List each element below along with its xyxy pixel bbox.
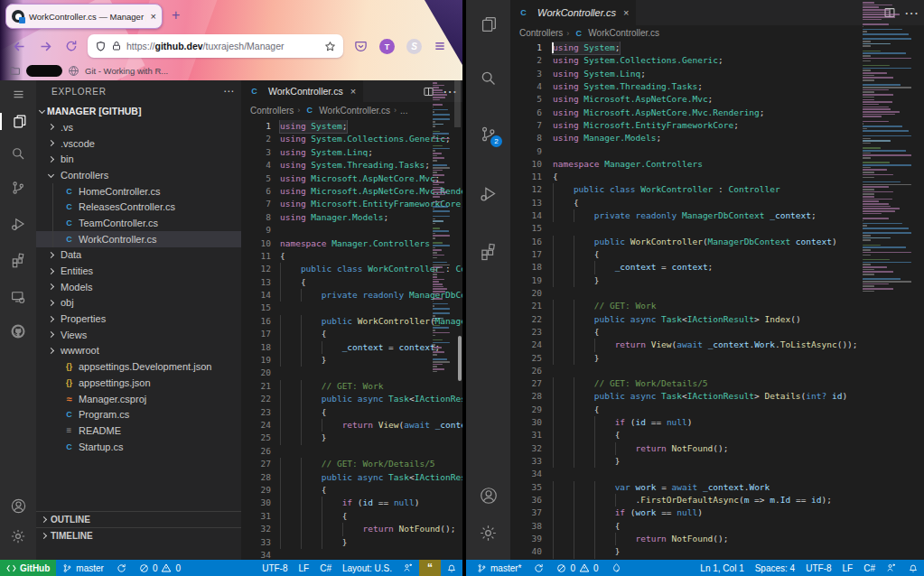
code-line[interactable]: 15 — [241, 302, 462, 314]
notifications-bell-icon[interactable] — [441, 560, 462, 576]
source-control-icon[interactable]: 2 — [466, 125, 510, 144]
explorer-icon[interactable] — [466, 14, 510, 34]
code-line[interactable]: 26 — [241, 445, 462, 458]
eol-indicator[interactable]: LF — [837, 560, 859, 576]
sync-button[interactable] — [527, 560, 550, 576]
code-line[interactable]: 21 // GET: Work — [241, 380, 462, 393]
code-line[interactable]: 7using Microsoft.EntityFrameworkCore; — [241, 198, 462, 210]
folder-icon[interactable] — [9, 65, 21, 77]
account-icon[interactable] — [466, 486, 510, 506]
encoding-indicator[interactable]: UTF-8 — [800, 560, 836, 576]
tree-item-ReleasesController.cs[interactable]: CReleasesController.cs — [36, 199, 241, 215]
minimap[interactable] — [433, 82, 451, 374]
url-bar[interactable]: https://github.dev/tuxrajesh/Manager — [88, 34, 343, 58]
code-line[interactable]: 24 return View(await _context.Work.ToLis… — [241, 419, 462, 432]
code-line[interactable]: 23 { — [510, 326, 924, 339]
extension-badge-icon[interactable]: S — [406, 39, 422, 54]
code-line[interactable]: 29 { — [241, 484, 462, 497]
code-line[interactable]: 19 } — [241, 354, 462, 367]
encoding-indicator[interactable]: UTF-8 — [257, 560, 293, 576]
profile-avatar[interactable]: T — [379, 39, 395, 54]
code-line[interactable]: 17 { — [241, 328, 462, 340]
cursor-position-indicator[interactable]: Ln 1, Col 1 — [695, 560, 749, 576]
problems-indicator[interactable]: 0 0 — [550, 560, 604, 576]
language-indicator[interactable]: C# — [314, 560, 337, 576]
breadcrumb-symbol[interactable]: ... — [400, 106, 407, 116]
timeline-section[interactable]: TIMELINE — [36, 527, 241, 543]
more-actions-icon[interactable]: ⋯ — [223, 85, 234, 98]
branch-indicator[interactable]: master* — [466, 560, 527, 576]
layout-indicator[interactable]: Layout: U.S. — [337, 560, 397, 576]
settings-gear-icon[interactable] — [0, 528, 36, 544]
run-debug-icon[interactable] — [0, 216, 36, 232]
account-icon[interactable] — [0, 497, 36, 515]
code-line[interactable]: 33 } — [510, 455, 924, 468]
code-line[interactable]: 1using System; — [241, 120, 462, 133]
feedback-icon[interactable] — [397, 560, 419, 576]
remote-indicator[interactable]: GitHub — [0, 560, 56, 576]
search-icon[interactable] — [466, 69, 510, 88]
tree-item-bin[interactable]: bin — [36, 151, 241, 167]
settings-gear-icon[interactable] — [466, 524, 510, 543]
code-line[interactable]: 27 // GET: Work/Details/5 — [241, 458, 462, 470]
reload-icon[interactable] — [65, 40, 78, 52]
code-line[interactable]: 36 .FirstOrDefaultAsync(m => m.Id == id)… — [510, 494, 924, 506]
sync-button[interactable] — [110, 560, 133, 576]
tree-item-WorkController.cs[interactable]: CWorkController.cs — [36, 231, 241, 247]
pocket-icon[interactable] — [354, 40, 368, 53]
breadcrumb-file[interactable]: WorkController.cs — [588, 28, 659, 38]
hamburger-menu-icon[interactable] — [434, 40, 446, 52]
github-icon[interactable] — [0, 322, 36, 340]
code-line[interactable]: 16 public WorkController(ManagerDbContex… — [241, 315, 462, 328]
tree-item-Program.cs[interactable]: CProgram.cs — [36, 406, 241, 423]
lock-icon[interactable] — [111, 41, 122, 51]
outline-section[interactable]: OUTLINE — [36, 511, 241, 527]
menu-icon[interactable] — [0, 88, 36, 101]
tree-item-Models[interactable]: Models — [36, 279, 241, 295]
code-editor[interactable]: 1using System;2using System.Collections.… — [241, 120, 462, 560]
eol-indicator[interactable]: LF — [294, 560, 315, 576]
search-icon[interactable] — [0, 145, 36, 162]
tree-item-TeamController.cs[interactable]: CTeamController.cs — [36, 215, 241, 231]
code-line[interactable]: 13 { — [241, 276, 462, 289]
language-indicator[interactable]: C# — [858, 560, 881, 576]
breadcrumb-file[interactable]: WorkController.cs — [319, 106, 390, 116]
code-line[interactable]: 22 public async Task<IActionResult> Inde… — [510, 313, 924, 326]
tree-item-Data[interactable]: Data — [36, 247, 241, 264]
run-debug-icon[interactable] — [466, 184, 510, 203]
tree-item-Manager.csproj[interactable]: ≈Manager.csproj — [36, 391, 241, 407]
code-line[interactable]: 28 public async Task<IActionResult> Deta… — [510, 390, 924, 403]
remote-explorer-icon[interactable] — [0, 289, 36, 305]
page-scrollbar[interactable] — [458, 336, 462, 381]
minimap[interactable] — [863, 2, 913, 293]
code-line[interactable]: 32 return NotFound(); — [241, 523, 462, 535]
indentation-indicator[interactable]: Spaces: 4 — [750, 560, 800, 576]
breadcrumb[interactable]: Controllers › C WorkController.cs › ... — [241, 102, 462, 118]
tree-item-README[interactable]: ≡README — [36, 423, 241, 439]
tree-item-Views[interactable]: Views — [36, 327, 241, 343]
code-line[interactable]: 26 — [510, 365, 924, 377]
code-line[interactable]: 34 — [510, 468, 924, 480]
code-line[interactable]: 38 { — [510, 520, 924, 533]
tree-item-.vs[interactable]: .vs — [36, 119, 241, 135]
code-line[interactable]: 5using Microsoft.AspNetCore.Mvc; — [241, 172, 462, 185]
tree-item-appsettings.Development.json[interactable]: {}appsettings.Development.json — [36, 358, 241, 375]
new-tab-button[interactable]: + — [172, 7, 180, 23]
code-line[interactable]: 18 _context = context; — [241, 341, 462, 354]
branch-indicator[interactable]: master — [56, 560, 110, 576]
code-line[interactable]: 21 // GET: Work — [510, 300, 924, 312]
tree-root[interactable]: MANAGER [GITHUB] — [36, 102, 241, 119]
tree-item-Properties[interactable]: Properties — [36, 311, 241, 327]
code-line[interactable]: 30 if (id == null) — [241, 497, 462, 509]
code-line[interactable]: 28 public async Task<IActionResult> Deta… — [241, 471, 462, 484]
code-line[interactable]: 27 // GET: Work/Details/5 — [510, 377, 924, 390]
breadcrumb-folder[interactable]: Controllers — [250, 106, 294, 116]
tree-item-Controllers[interactable]: Controllers — [36, 167, 241, 183]
back-icon[interactable] — [13, 40, 26, 53]
code-line[interactable]: 31 { — [241, 510, 462, 523]
tab-close-icon[interactable]: × — [623, 7, 629, 18]
code-line[interactable]: 30 if (id == null) — [510, 416, 924, 429]
code-line[interactable]: 40 } — [510, 545, 924, 558]
code-line[interactable]: 34 — [241, 549, 462, 560]
tree-item-HomeController.cs[interactable]: CHomeController.cs — [36, 183, 241, 200]
